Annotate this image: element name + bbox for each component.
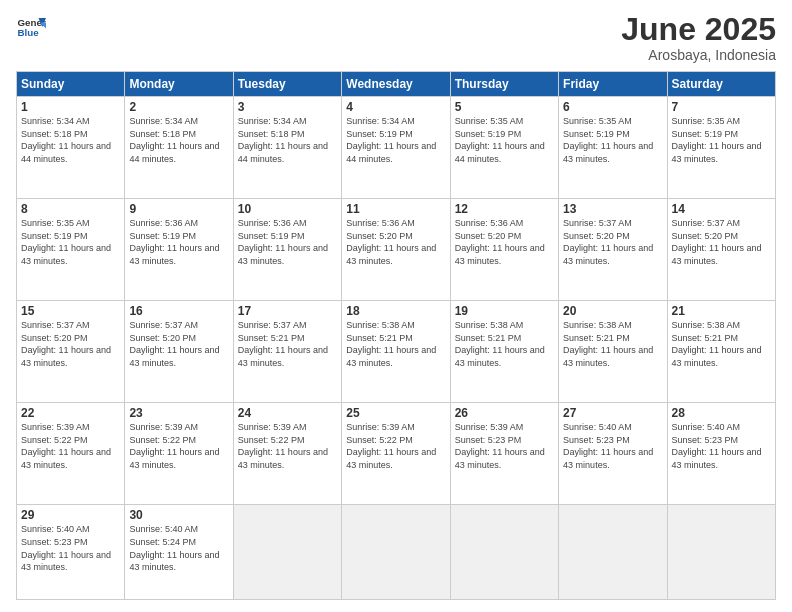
day-9: 9 Sunrise: 5:36 AMSunset: 5:19 PMDayligh…: [125, 199, 233, 301]
col-friday: Friday: [559, 72, 667, 97]
day-25: 25 Sunrise: 5:39 AMSunset: 5:22 PMDaylig…: [342, 403, 450, 505]
day-15: 15 Sunrise: 5:37 AMSunset: 5:20 PMDaylig…: [17, 301, 125, 403]
calendar-table: Sunday Monday Tuesday Wednesday Thursday…: [16, 71, 776, 600]
empty-cell-2: [342, 505, 450, 600]
logo-icon: General Blue: [16, 12, 46, 42]
week-row-4: 22 Sunrise: 5:39 AMSunset: 5:22 PMDaylig…: [17, 403, 776, 505]
day-20: 20 Sunrise: 5:38 AMSunset: 5:21 PMDaylig…: [559, 301, 667, 403]
calendar-subtitle: Arosbaya, Indonesia: [621, 47, 776, 63]
day-2: 2 Sunrise: 5:34 AMSunset: 5:18 PMDayligh…: [125, 97, 233, 199]
day-10: 10 Sunrise: 5:36 AMSunset: 5:19 PMDaylig…: [233, 199, 341, 301]
empty-cell-3: [450, 505, 558, 600]
day-12: 12 Sunrise: 5:36 AMSunset: 5:20 PMDaylig…: [450, 199, 558, 301]
day-4: 4 Sunrise: 5:34 AMSunset: 5:19 PMDayligh…: [342, 97, 450, 199]
header: General Blue June 2025 Arosbaya, Indones…: [16, 12, 776, 63]
col-monday: Monday: [125, 72, 233, 97]
empty-cell-1: [233, 505, 341, 600]
day-16: 16 Sunrise: 5:37 AMSunset: 5:20 PMDaylig…: [125, 301, 233, 403]
page: General Blue June 2025 Arosbaya, Indones…: [0, 0, 792, 612]
week-row-3: 15 Sunrise: 5:37 AMSunset: 5:20 PMDaylig…: [17, 301, 776, 403]
day-30: 30 Sunrise: 5:40 AMSunset: 5:24 PMDaylig…: [125, 505, 233, 600]
day-6: 6 Sunrise: 5:35 AMSunset: 5:19 PMDayligh…: [559, 97, 667, 199]
day-23: 23 Sunrise: 5:39 AMSunset: 5:22 PMDaylig…: [125, 403, 233, 505]
day-5: 5 Sunrise: 5:35 AMSunset: 5:19 PMDayligh…: [450, 97, 558, 199]
day-29: 29 Sunrise: 5:40 AMSunset: 5:23 PMDaylig…: [17, 505, 125, 600]
day-3: 3 Sunrise: 5:34 AMSunset: 5:18 PMDayligh…: [233, 97, 341, 199]
col-tuesday: Tuesday: [233, 72, 341, 97]
week-row-1: 1 Sunrise: 5:34 AMSunset: 5:18 PMDayligh…: [17, 97, 776, 199]
day-11: 11 Sunrise: 5:36 AMSunset: 5:20 PMDaylig…: [342, 199, 450, 301]
day-27: 27 Sunrise: 5:40 AMSunset: 5:23 PMDaylig…: [559, 403, 667, 505]
day-7: 7 Sunrise: 5:35 AMSunset: 5:19 PMDayligh…: [667, 97, 775, 199]
day-26: 26 Sunrise: 5:39 AMSunset: 5:23 PMDaylig…: [450, 403, 558, 505]
day-8: 8 Sunrise: 5:35 AMSunset: 5:19 PMDayligh…: [17, 199, 125, 301]
day-21: 21 Sunrise: 5:38 AMSunset: 5:21 PMDaylig…: [667, 301, 775, 403]
day-19: 19 Sunrise: 5:38 AMSunset: 5:21 PMDaylig…: [450, 301, 558, 403]
col-wednesday: Wednesday: [342, 72, 450, 97]
svg-text:Blue: Blue: [18, 27, 40, 38]
empty-cell-5: [667, 505, 775, 600]
empty-cell-4: [559, 505, 667, 600]
day-14: 14 Sunrise: 5:37 AMSunset: 5:20 PMDaylig…: [667, 199, 775, 301]
day-18: 18 Sunrise: 5:38 AMSunset: 5:21 PMDaylig…: [342, 301, 450, 403]
week-row-2: 8 Sunrise: 5:35 AMSunset: 5:19 PMDayligh…: [17, 199, 776, 301]
day-13: 13 Sunrise: 5:37 AMSunset: 5:20 PMDaylig…: [559, 199, 667, 301]
day-24: 24 Sunrise: 5:39 AMSunset: 5:22 PMDaylig…: [233, 403, 341, 505]
title-area: June 2025 Arosbaya, Indonesia: [621, 12, 776, 63]
logo: General Blue: [16, 12, 46, 42]
day-1: 1 Sunrise: 5:34 AMSunset: 5:18 PMDayligh…: [17, 97, 125, 199]
day-17: 17 Sunrise: 5:37 AMSunset: 5:21 PMDaylig…: [233, 301, 341, 403]
col-sunday: Sunday: [17, 72, 125, 97]
header-row: Sunday Monday Tuesday Wednesday Thursday…: [17, 72, 776, 97]
day-22: 22 Sunrise: 5:39 AMSunset: 5:22 PMDaylig…: [17, 403, 125, 505]
day-28: 28 Sunrise: 5:40 AMSunset: 5:23 PMDaylig…: [667, 403, 775, 505]
week-row-5: 29 Sunrise: 5:40 AMSunset: 5:23 PMDaylig…: [17, 505, 776, 600]
col-thursday: Thursday: [450, 72, 558, 97]
col-saturday: Saturday: [667, 72, 775, 97]
calendar-title: June 2025: [621, 12, 776, 47]
